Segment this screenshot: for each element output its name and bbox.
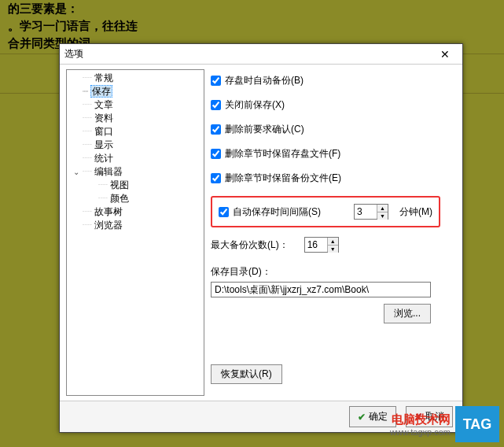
watermark-tag: TAG	[455, 406, 499, 442]
tree-item-material[interactable]: ┈ 资料	[70, 112, 202, 125]
label-max-backups: 最大备份次数(L)：	[211, 238, 289, 252]
watermark-url: www.tagxp.com	[390, 427, 451, 437]
row-confirm-delete: 删除前要求确认(C)	[211, 123, 456, 136]
label-auto-backup: 存盘时自动备份(B)	[225, 74, 304, 87]
row-auto-backup: 存盘时自动备份(B)	[211, 74, 456, 87]
bg-text-2: 。学习一门语言，往往连	[8, 19, 138, 34]
row-keep-save-file: 删除章节时保留存盘文件(F)	[211, 147, 456, 161]
row-keep-backup-file: 删除章节时保留备份文件(E)	[211, 172, 456, 185]
browse-button[interactable]: 浏览...	[384, 304, 431, 323]
watermark: 电脑技术网 www.tagxp.com TAG	[390, 406, 499, 442]
label-save-dir: 保存目录(D)：	[211, 266, 271, 277]
spinner-up-icon[interactable]: ▲	[328, 238, 338, 246]
save-panel: 存盘时自动备份(B) 关闭前保存(X) 删除前要求确认(C) 删除章节时保留存盘…	[211, 69, 456, 396]
autosave-interval-spinner[interactable]: ▲ ▼	[354, 204, 388, 220]
tree-item-window[interactable]: ┈ 窗口	[70, 125, 202, 139]
restore-defaults-button[interactable]: 恢复默认(R)	[211, 364, 282, 384]
checkbox-keep-save-file[interactable]	[211, 149, 221, 159]
category-tree: ┈ 常规 ┈ 保存 ┈ 文章 ┈ 资料 ┈ 窗口 ┈ 显示 ┈ 统计 ⌄┈ 编辑…	[66, 69, 204, 396]
tree-item-general[interactable]: ┈ 常规	[70, 72, 202, 85]
options-dialog: 选项 ✕ ┈ 常规 ┈ 保存 ┈ 文章 ┈ 资料 ┈ 窗口 ┈ 显示 ┈ 统计 …	[59, 43, 463, 433]
row-max-backups: 最大备份次数(L)： ▲ ▼	[211, 237, 456, 253]
label-keep-backup-file: 删除章节时保留备份文件(E)	[225, 172, 341, 185]
checkbox-autosave-interval[interactable]	[219, 207, 229, 217]
tree-item-storytree[interactable]: ┈ 故事树	[70, 205, 202, 219]
spinner-down-icon[interactable]: ▼	[328, 246, 338, 253]
tree-item-editor[interactable]: ⌄┈ 编辑器	[70, 165, 202, 179]
autosave-highlight: 自动保存时间间隔(S) ▲ ▼ 分钟(M)	[211, 196, 440, 227]
dialog-content: ┈ 常规 ┈ 保存 ┈ 文章 ┈ 资料 ┈ 窗口 ┈ 显示 ┈ 统计 ⌄┈ 编辑…	[60, 65, 462, 401]
tree-item-display[interactable]: ┈ 显示	[70, 139, 202, 152]
label-confirm-delete: 删除前要求确认(C)	[225, 123, 304, 136]
titlebar: 选项 ✕	[60, 44, 462, 65]
label-autosave-interval: 自动保存时间间隔(S)	[233, 205, 321, 219]
tree-item-save[interactable]: ┈ 保存	[70, 85, 202, 98]
chevron-down-icon[interactable]: ⌄	[72, 165, 81, 179]
checkbox-confirm-delete[interactable]	[211, 124, 221, 135]
dialog-title: 选项	[64, 47, 83, 61]
check-icon: ✔	[358, 412, 366, 423]
label-keep-save-file: 删除章节时保留存盘文件(F)	[225, 147, 340, 161]
bg-text-1: 的三要素是：	[8, 2, 79, 17]
close-button[interactable]: ✕	[431, 46, 459, 63]
spinner-down-icon[interactable]: ▼	[377, 212, 388, 220]
autosave-interval-input[interactable]	[355, 205, 377, 219]
watermark-brand: 电脑技术网	[390, 412, 451, 427]
tree-item-stats[interactable]: ┈ 统计	[70, 152, 202, 165]
row-save-on-close: 关闭前保存(X)	[211, 98, 456, 112]
max-backups-spinner[interactable]: ▲ ▼	[304, 237, 339, 253]
tree-item-article[interactable]: ┈ 文章	[70, 98, 202, 112]
save-dir-input[interactable]	[211, 282, 431, 297]
tree-item-browser[interactable]: ┈ 浏览器	[70, 219, 202, 232]
row-save-dir-label: 保存目录(D)：	[211, 265, 456, 279]
label-minutes: 分钟(M)	[399, 205, 432, 219]
checkbox-auto-backup[interactable]	[211, 76, 221, 86]
checkbox-save-on-close[interactable]	[211, 100, 221, 110]
tree-item-color[interactable]: ┈ 颜色	[70, 192, 202, 205]
tree-item-view[interactable]: ┈ 视图	[70, 179, 202, 192]
label-save-on-close: 关闭前保存(X)	[225, 98, 285, 112]
checkbox-keep-backup-file[interactable]	[211, 173, 221, 183]
ok-label: 确定	[369, 410, 388, 423]
max-backups-input[interactable]	[305, 238, 327, 252]
spinner-up-icon[interactable]: ▲	[377, 205, 388, 212]
